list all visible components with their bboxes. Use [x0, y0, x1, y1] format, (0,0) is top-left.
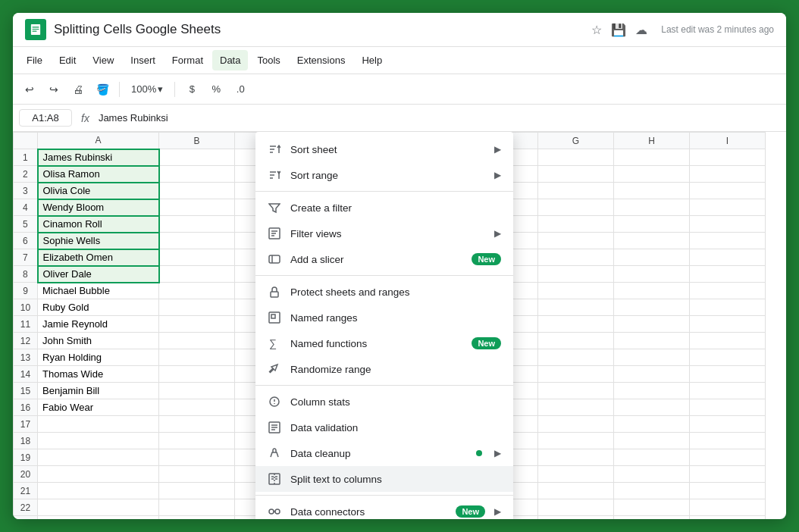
- dd-filter-views[interactable]: Filter views ▶: [255, 221, 513, 246]
- formula-content[interactable]: James Rubinksi: [99, 112, 780, 124]
- dd-sort-range[interactable]: Sort range ▶: [255, 162, 513, 188]
- percent-button[interactable]: %: [205, 79, 227, 100]
- sort-range-arrow: ▶: [494, 170, 501, 180]
- dd-named-ranges[interactable]: Named ranges: [255, 305, 513, 330]
- filter-views-label: Filter views: [290, 228, 485, 239]
- svg-rect-3: [33, 29, 39, 30]
- data-validation-label: Data validation: [290, 422, 501, 433]
- data-connectors-badge: New: [456, 505, 485, 518]
- fx-icon: fx: [78, 112, 92, 124]
- sort-sheet-icon: [268, 142, 281, 156]
- print-button[interactable]: 🖨: [67, 79, 89, 100]
- dd-sort-sheet[interactable]: Sort sheet ▶: [255, 136, 513, 162]
- dd-named-functions[interactable]: ∑ Named functions New: [255, 330, 513, 356]
- zoom-value: 100%: [131, 83, 156, 95]
- folder-icon[interactable]: 💾: [611, 23, 626, 37]
- svg-rect-27: [269, 474, 280, 484]
- menu-format[interactable]: Format: [164, 50, 211, 70]
- zoom-selector[interactable]: 100% ▾: [126, 81, 168, 97]
- data-validation-icon: [268, 421, 281, 434]
- svg-point-22: [274, 403, 275, 405]
- data-connectors-label: Data connectors: [290, 506, 446, 518]
- protect-sheets-label: Protect sheets and ranges: [290, 286, 501, 298]
- dd-create-filter[interactable]: Create a filter: [255, 195, 513, 221]
- add-slicer-label: Add a slicer: [290, 254, 462, 265]
- create-filter-label: Create a filter: [290, 202, 501, 214]
- menu-extensions[interactable]: Extensions: [290, 50, 353, 70]
- dd-randomize-range[interactable]: Randomize range: [255, 356, 513, 382]
- named-ranges-icon: [268, 311, 281, 324]
- dd-protect-sheets[interactable]: Protect sheets and ranges: [255, 279, 513, 305]
- app-icon: [25, 19, 46, 40]
- toolbar-divider-1: [119, 82, 120, 97]
- decimal-dec-button[interactable]: .0: [230, 79, 251, 100]
- data-connectors-arrow: ▶: [494, 506, 501, 517]
- data-cleanup-dot: [476, 450, 482, 456]
- menu-data[interactable]: Data: [212, 50, 248, 70]
- create-filter-icon: [268, 201, 281, 214]
- svg-rect-16: [271, 292, 278, 297]
- named-functions-badge: New: [472, 337, 501, 349]
- data-cleanup-arrow: ▶: [494, 448, 501, 458]
- undo-button[interactable]: ↩: [19, 79, 40, 100]
- svg-rect-14: [269, 255, 280, 263]
- dd-add-slicer[interactable]: Add a slicer New: [255, 246, 513, 272]
- svg-point-34: [275, 509, 280, 514]
- column-stats-label: Column stats: [290, 396, 501, 408]
- svg-rect-18: [271, 315, 275, 318]
- divider-3: [255, 385, 513, 386]
- menu-file[interactable]: File: [19, 50, 50, 70]
- toolbar-divider-2: [174, 82, 175, 97]
- svg-point-33: [269, 509, 274, 514]
- menu-bar: File Edit View Insert Format Data Tools …: [13, 47, 786, 74]
- menu-help[interactable]: Help: [354, 50, 390, 70]
- sort-range-icon: [268, 168, 281, 182]
- dd-column-stats[interactable]: Column stats: [255, 389, 513, 415]
- title-icons: ☆ 💾 ☁: [591, 23, 647, 37]
- spreadsheet-area: A B C D E F G H I 1James Rubinski2Olisa …: [13, 132, 786, 519]
- divider-2: [255, 275, 513, 276]
- divider-1: [255, 191, 513, 192]
- menu-insert[interactable]: Insert: [123, 50, 163, 70]
- data-cleanup-icon: [268, 446, 281, 460]
- dropdown-overlay[interactable]: Sort sheet ▶ Sort range ▶: [13, 132, 786, 519]
- dd-data-validation[interactable]: Data validation: [255, 415, 513, 440]
- divider-4: [255, 495, 513, 496]
- protect-sheets-icon: [268, 285, 281, 299]
- named-functions-label: Named functions: [290, 338, 462, 349]
- currency-button[interactable]: $: [181, 79, 202, 100]
- dd-split-text[interactable]: Split text to columns: [255, 466, 513, 492]
- randomize-range-icon: [268, 362, 281, 376]
- dd-data-connectors[interactable]: Data connectors New ▶: [255, 499, 513, 519]
- formula-bar: A1:A8 fx James Rubinksi: [13, 105, 786, 132]
- randomize-range-label: Randomize range: [290, 364, 501, 375]
- dd-data-cleanup[interactable]: Data cleanup ▶: [255, 440, 513, 466]
- toolbar: ↩ ↪ 🖨 🪣 100% ▾ $ % .0: [13, 74, 786, 105]
- star-icon[interactable]: ☆: [591, 23, 602, 37]
- paint-format-button[interactable]: 🪣: [92, 79, 113, 100]
- column-stats-icon: [268, 395, 281, 408]
- cell-reference[interactable]: A1:A8: [19, 109, 72, 127]
- add-slicer-badge: New: [472, 253, 501, 265]
- cloud-icon[interactable]: ☁: [635, 23, 647, 37]
- sort-sheet-label: Sort sheet: [290, 144, 485, 155]
- redo-button[interactable]: ↪: [43, 79, 64, 100]
- menu-tools[interactable]: Tools: [249, 50, 287, 70]
- svg-rect-4: [33, 31, 37, 32]
- filter-views-icon: [268, 227, 281, 240]
- named-ranges-label: Named ranges: [290, 312, 501, 324]
- named-functions-icon: ∑: [268, 336, 281, 350]
- data-dropdown-menu: Sort sheet ▶ Sort range ▶: [255, 132, 513, 519]
- add-slicer-icon: [268, 252, 281, 266]
- menu-view[interactable]: View: [85, 50, 121, 70]
- app-window: Splitting Cells Google Sheets ☆ 💾 ☁ Last…: [13, 13, 786, 519]
- filter-views-arrow: ▶: [494, 228, 501, 239]
- menu-edit[interactable]: Edit: [52, 50, 83, 70]
- last-edit-text: Last edit was 2 minutes ago: [661, 24, 774, 35]
- title-bar: Splitting Cells Google Sheets ☆ 💾 ☁ Last…: [13, 13, 786, 47]
- zoom-chevron: ▾: [158, 83, 163, 95]
- svg-text:∑: ∑: [269, 337, 277, 349]
- data-cleanup-label: Data cleanup: [290, 448, 467, 459]
- sort-range-label: Sort range: [290, 170, 485, 181]
- split-text-icon: [268, 472, 281, 486]
